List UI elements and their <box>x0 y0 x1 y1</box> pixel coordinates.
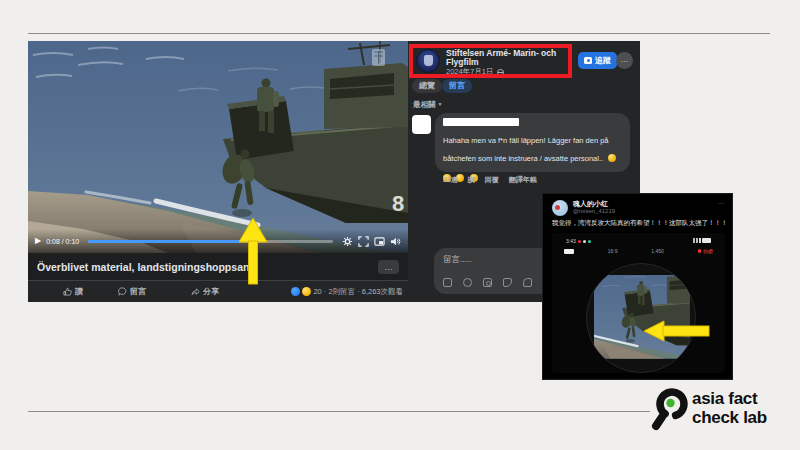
volume-icon[interactable] <box>390 236 401 247</box>
commenter-avatar-redacted <box>412 115 431 134</box>
x-more-button[interactable]: … <box>717 197 725 206</box>
thumbs-up-icon <box>63 287 72 296</box>
follow-button[interactable]: 追蹤 <box>578 52 617 69</box>
sort-dropdown[interactable]: 最相關 ▼ <box>413 100 443 110</box>
record-indicator: 拍摄 <box>698 248 714 254</box>
like-reaction-icon <box>291 287 300 296</box>
magnifier-icon <box>650 386 690 438</box>
page-avatar[interactable] <box>416 49 440 73</box>
seek-bar[interactable] <box>88 240 333 243</box>
gif-icon[interactable] <box>443 278 452 287</box>
camera-toolbar-row: 16:9 1,450 拍摄 <box>552 248 725 254</box>
sticker-icon[interactable] <box>503 278 512 287</box>
sweat-smile-emoji <box>608 154 616 162</box>
comment-button[interactable]: 留言 <box>118 286 146 297</box>
video-player[interactable]: ▶ 0:08 / 0:10 <box>28 41 408 253</box>
green-dot-icon <box>588 240 591 243</box>
logo-line2: check lab <box>692 408 767 427</box>
logo-line1: asia fact <box>692 389 767 408</box>
comment-bubble-icon <box>118 287 127 296</box>
camera-time: 3:43 <box>566 238 591 244</box>
page-name[interactable]: Stiftelsen Armé- Marin- och Flygfilm <box>446 49 566 68</box>
haha-reaction-icon <box>302 287 311 296</box>
signal-icon <box>693 238 701 243</box>
comment-age[interactable]: 23週 <box>443 175 458 185</box>
camera-signal-battery <box>693 238 711 244</box>
share-arrow-icon <box>191 287 200 296</box>
settings-gear-icon[interactable] <box>342 236 353 247</box>
chevron-down-icon: ▼ <box>438 101 443 107</box>
tab-overview[interactable]: 總覽 <box>412 79 442 93</box>
video-title: Överblivet material, landstigningshoppsa… <box>37 261 378 273</box>
follow-icon <box>584 57 592 64</box>
logo-text: asia fact check lab <box>692 389 767 427</box>
x-post-screenshot: 魂人的小红 @misen_41219 … 我觉得，湾湾反攻大陆真的有希望！！！这… <box>542 193 733 380</box>
flash-pill-icon <box>564 249 574 254</box>
comment-input-icons <box>443 278 532 287</box>
video-controls: ▶ 0:08 / 0:10 <box>28 229 408 253</box>
record-dot-icon <box>698 249 702 253</box>
tag-icon[interactable] <box>523 278 532 287</box>
x-post-media[interactable]: 3:43 16:9 1,450 拍摄 <box>552 233 725 373</box>
aspect-ratio: 16:9 <box>608 248 618 254</box>
comment-label: 留言 <box>130 286 146 297</box>
emoji-picker-icon[interactable] <box>463 278 472 287</box>
comment-meta-row: 23週 讚 回覆 翻譯年糕 <box>443 175 537 185</box>
video-more-button[interactable]: … <box>378 260 399 274</box>
like-label: 讚 <box>75 286 83 297</box>
play-button[interactable]: ▶ <box>35 237 41 245</box>
scope-circle-view <box>586 263 696 373</box>
comment-reply-link[interactable]: 回覆 <box>485 175 499 185</box>
comment-translate-link[interactable]: 翻譯年糕 <box>509 175 537 185</box>
like-button[interactable]: 讚 <box>63 286 83 297</box>
share-button[interactable]: 分享 <box>191 286 219 297</box>
share-label: 分享 <box>203 286 219 297</box>
camera-status-row: 3:43 <box>552 238 725 244</box>
asia-fact-check-lab-logo: asia fact check lab <box>650 384 790 442</box>
post-more-button[interactable]: … <box>616 52 633 69</box>
bottom-divider <box>28 411 650 412</box>
top-divider <box>28 33 770 34</box>
x-user-avatar[interactable] <box>552 200 568 216</box>
commenter-name-redacted <box>443 118 519 126</box>
post-date: 2024年7月1日 <box>446 67 504 77</box>
globe-privacy-icon <box>497 69 504 76</box>
battery-icon <box>702 238 711 243</box>
fact-check-composite: ▶ 0:08 / 0:10 <box>0 0 800 450</box>
camera-icon[interactable] <box>483 278 492 287</box>
video-time: 0:08 / 0:10 <box>46 238 79 245</box>
comment-like-link[interactable]: 讚 <box>468 175 475 185</box>
red-dot-icon <box>578 240 581 243</box>
counter: 1,450 <box>651 248 664 254</box>
video-frame-landing-scene <box>28 41 408 253</box>
yellow-arrow-up <box>236 216 270 286</box>
post-action-bar: 讚 留言 分享 20 · 2則留言 · 6,263次觀看 <box>28 280 408 302</box>
comment-bubble: Hahaha men va f*n fäll läppen! Lägger fa… <box>435 113 630 172</box>
x-handle[interactable]: @misen_41219 <box>573 208 615 214</box>
video-title-bar: Överblivet material, landstigningshoppsa… <box>28 253 408 280</box>
seek-progress <box>88 240 240 243</box>
fullscreen-icon[interactable] <box>358 236 369 247</box>
tab-comments[interactable]: 留言 <box>442 79 472 93</box>
x-post-text: 我觉得，湾湾反攻大陆真的有希望！！！这部队太强了！！！ <box>552 219 728 228</box>
comment-text: Hahaha men va f*n fäll läppen! Lägger fa… <box>443 136 609 163</box>
white-dot-icon <box>583 240 586 243</box>
reaction-summary[interactable]: 20 · 2則留言 · 6,263次觀看 <box>291 287 403 297</box>
reaction-counts: 20 · 2則留言 · 6,263次觀看 <box>313 287 403 297</box>
yellow-arrow-left <box>642 319 712 343</box>
follow-label: 追蹤 <box>595 55 611 66</box>
picture-in-picture-icon[interactable] <box>374 236 385 247</box>
